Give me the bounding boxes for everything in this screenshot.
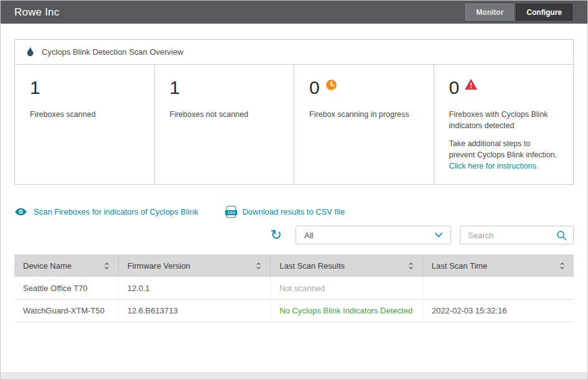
stat-label: Firebox scanning in progress [309, 109, 419, 121]
stat-indicators-detected: 0 Fireboxes with Cyclops Blink indicator… [434, 65, 574, 184]
stat-label: Fireboxes with Cyclops Blink indicators … [449, 109, 559, 131]
download-csv-link[interactable]: CSV Download results to CSV file [226, 206, 345, 218]
eye-icon [14, 208, 27, 216]
monitor-button[interactable]: Monitor [465, 4, 514, 21]
actions-row: Scan Fireboxes for indicators of Cyclops… [14, 206, 574, 218]
table-header-row: Device Name Firmware Version [14, 254, 574, 277]
column-label: Firmware Version [128, 261, 190, 271]
cell-last-scan-result: No Cyclops Blink Indicators Detected [271, 299, 423, 322]
stat-label: Fireboxes scanned [30, 109, 139, 121]
topbar-buttons: Monitor Configure [465, 4, 572, 21]
column-label: Last Scan Results [279, 261, 345, 271]
stat-note-text: Take additional steps to prevent Cyclops… [449, 139, 558, 159]
clock-icon [325, 78, 337, 91]
table-row: Seattle Office T70 12.0.1 Not scanned [14, 277, 574, 299]
table-row: WatchGuard-XTM-T50 12.6.B613713 No Cyclo… [14, 299, 574, 322]
cell-device-name: WatchGuard-XTM-T50 [14, 299, 118, 322]
stat-scanning-in-progress: 0 Firebox scanning in progress [294, 65, 434, 184]
stat-note: Take additional steps to prevent Cyclops… [449, 138, 559, 172]
scan-results-table: Device Name Firmware Version [14, 254, 574, 322]
csv-file-icon: CSV [226, 206, 236, 218]
scan-fireboxes-label: Scan Fireboxes for indicators of Cyclops… [34, 207, 198, 216]
stats-row: 1 Fireboxes scanned 1 Fireboxes not scan… [15, 65, 573, 184]
column-header-firmware-version[interactable]: Firmware Version [118, 254, 271, 277]
configure-button[interactable]: Configure [516, 4, 572, 21]
sort-icon [559, 262, 565, 270]
topbar: Rowe Inc Monitor Configure [1, 1, 587, 24]
column-label: Device Name [23, 261, 72, 271]
stat-value: 1 [170, 78, 180, 97]
refresh-icon[interactable]: ↻ [271, 228, 282, 242]
search-box [460, 226, 574, 244]
sort-icon [256, 262, 261, 270]
stat-value: 0 [449, 78, 460, 97]
filter-dropdown[interactable]: All [296, 226, 451, 244]
flame-icon [26, 46, 35, 58]
stat-fireboxes-scanned: 1 Fireboxes scanned [15, 65, 155, 184]
warning-icon [465, 78, 477, 90]
scan-fireboxes-link[interactable]: Scan Fireboxes for indicators of Cyclops… [14, 207, 198, 216]
cell-last-scan-time: 2022-02-03 15:32:16 [422, 299, 574, 322]
card-title: Cyclops Blink Detection Scan Overview [42, 47, 184, 57]
account-title: Rowe Inc [14, 6, 59, 19]
cell-device-name: Seattle Office T70 [14, 277, 118, 299]
card-header: Cyclops Blink Detection Scan Overview [15, 40, 573, 65]
download-csv-label: Download results to CSV file [242, 207, 345, 216]
controls-row: ↻ All [14, 226, 574, 244]
cell-last-scan-time [422, 277, 574, 299]
csv-file-icon-label: CSV [225, 210, 237, 215]
bottom-strip [1, 373, 587, 379]
stat-value: 0 [309, 78, 320, 97]
column-header-last-scan-results[interactable]: Last Scan Results [271, 254, 423, 277]
column-header-last-scan-time[interactable]: Last Scan Time [422, 254, 574, 277]
cell-firmware-version: 12.0.1 [118, 277, 271, 299]
sort-icon [408, 262, 414, 270]
sort-icon [104, 262, 110, 270]
stat-label: Fireboxes not scanned [170, 109, 279, 121]
search-icon[interactable] [556, 230, 567, 241]
column-label: Last Scan Time [432, 261, 488, 271]
instructions-link[interactable]: Click here for instructions. [449, 162, 539, 170]
filter-dropdown-value: All [304, 231, 313, 240]
column-header-device-name[interactable]: Device Name [14, 254, 118, 277]
scan-overview-card: Cyclops Blink Detection Scan Overview 1 … [14, 39, 574, 185]
cell-firmware-version: 12.6.B613713 [118, 299, 271, 322]
chevron-down-icon [435, 233, 442, 238]
stat-fireboxes-not-scanned: 1 Fireboxes not scanned [155, 65, 295, 184]
search-input[interactable] [467, 230, 556, 241]
app-window: Rowe Inc Monitor Configure Cyclops Blink… [0, 0, 588, 380]
cell-last-scan-result: Not scanned [271, 277, 423, 299]
stat-value: 1 [30, 78, 40, 97]
